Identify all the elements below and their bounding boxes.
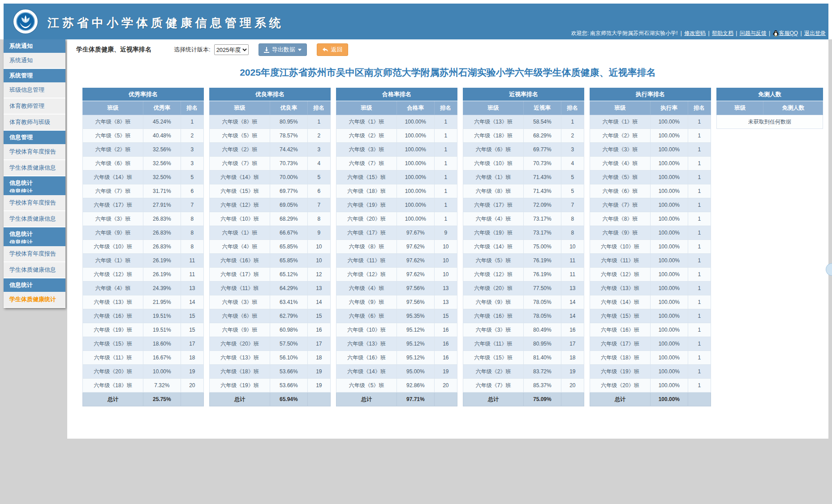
table-cell: 1: [434, 129, 457, 143]
table-cell: 1: [688, 129, 711, 143]
table-cell: 六年级《7》班: [210, 157, 270, 171]
table-cell: 六年级《11》班: [463, 337, 524, 351]
table-cell: 10: [434, 268, 457, 282]
export-data-button[interactable]: 导出数据: [259, 43, 307, 56]
table-cell: 六年级《15》班: [336, 171, 397, 184]
tables-row: 优秀率排名班级优秀率排名六年级《8》班45.24%1六年级《5》班40.48%2…: [67, 88, 828, 420]
table-cell: 83.72%: [524, 365, 561, 379]
table-cell: 六年级《13》班: [463, 115, 524, 129]
sidebar-label: 信息统计: [9, 231, 33, 237]
total-value: 97.71%: [397, 393, 435, 406]
table-cell: 六年级《16》班: [336, 351, 397, 365]
table-cell: 六年级《1》班: [336, 115, 397, 129]
version-select[interactable]: 2025年度: [214, 44, 249, 55]
sidebar-item-学生体质健康信息[interactable]: 学生体质健康信息: [4, 160, 65, 176]
table-cell: 45.24%: [143, 115, 181, 129]
table-cell: 10: [434, 240, 457, 254]
sidebar-item-系统通知[interactable]: 系统通知: [4, 53, 65, 69]
table-cell: 97.62%: [397, 240, 435, 254]
table-row: 六年级《16》班19.51%15: [83, 309, 204, 323]
sidebar-section-header[interactable]: 系统管理: [4, 69, 65, 82]
header-link-客服QQ[interactable]: 客服QQ: [773, 30, 798, 36]
table-cell: 1: [688, 184, 711, 198]
table-cell: 6: [307, 184, 330, 198]
back-button[interactable]: 返回: [317, 43, 348, 56]
total-value: 65.94%: [270, 393, 308, 406]
table-cell: 7: [181, 198, 203, 212]
sidebar-item-学生体质健康信息[interactable]: 学生体质健康信息: [4, 211, 65, 227]
table-cell: 97.62%: [397, 254, 435, 268]
sidebar-label: 班级信息管理: [9, 86, 44, 93]
table-cell: 六年级《4》班: [590, 157, 651, 171]
table-cell: 78.05%: [524, 295, 561, 309]
table-cell: 六年级《10》班: [210, 212, 270, 226]
table-row: 六年级《5》班40.48%2: [83, 129, 204, 143]
table-cell: 19: [307, 379, 330, 393]
sidebar-section-header[interactable]: 信息管理: [4, 131, 65, 144]
table-cell: 100.00%: [651, 240, 688, 254]
table-cell: 六年级《5》班: [463, 254, 524, 268]
sidebar-section-header[interactable]: 信息统计: [4, 278, 65, 292]
sidebar-section-header[interactable]: 信息统计信息统计: [4, 176, 65, 195]
sidebar-label: 学生体质健康统计: [9, 296, 56, 303]
table-row: 六年级《3》班63.41%14: [210, 295, 331, 309]
table-row: 六年级《20》班100.00%1: [336, 212, 457, 226]
table-row: 六年级《11》班16.67%18: [83, 351, 204, 365]
table-row: 六年级《8》班80.95%1: [210, 115, 331, 129]
sidebar-section-header[interactable]: 信息统计信息统计: [4, 227, 65, 246]
back-label: 返回: [331, 46, 343, 54]
table-cell: 六年级《3》班: [210, 295, 270, 309]
total-label: 总计: [210, 393, 270, 406]
sidebar-item-学生体质健康统计[interactable]: 学生体质健康统计: [4, 292, 65, 308]
sidebar-label: 体育教师管理: [9, 103, 44, 109]
table-cell: 1: [688, 240, 711, 254]
sidebar-item-学校体育年度报告[interactable]: 学校体育年度报告: [4, 195, 65, 211]
table-row: 六年级《12》班100.00%1: [590, 268, 711, 282]
table-cell: 3: [181, 143, 203, 157]
header-link-修改密码[interactable]: 修改密码: [684, 30, 706, 36]
table-header-row: 班级优秀率排名: [83, 101, 204, 115]
table-cell: 65.85%: [270, 240, 308, 254]
table-cell: 六年级《6》班: [590, 184, 651, 198]
table-cell: 六年级《7》班: [336, 157, 397, 171]
sidebar-item-体育教师与班级[interactable]: 体育教师与班级: [4, 115, 65, 131]
table-cell: 20: [181, 379, 203, 393]
table-cell: 六年级《1》班: [210, 226, 270, 240]
total-value: 25.75%: [143, 393, 181, 406]
column-header: 排名: [307, 101, 330, 115]
table-cell: 75.00%: [524, 240, 561, 254]
table-cell: 六年级《14》班: [590, 295, 651, 309]
sidebar-section-header[interactable]: 系统通知: [4, 39, 65, 53]
table-row: 六年级《4》班97.56%13: [336, 282, 457, 295]
sidebar-item-学校体育年度报告[interactable]: 学校体育年度报告: [4, 144, 65, 160]
table-cell: 19.51%: [143, 309, 181, 323]
table-cell: 81.40%: [524, 351, 561, 365]
table-row: 六年级《16》班65.85%10: [210, 254, 331, 268]
qq-penguin-icon: [773, 30, 779, 36]
sidebar-item-学校体育年度报告[interactable]: 学校体育年度报告: [4, 246, 65, 262]
table-row: 六年级《13》班95.12%16: [336, 337, 457, 351]
header-link-帮助文档[interactable]: 帮助文档: [712, 30, 733, 36]
table-cell: 六年级《15》班: [210, 184, 270, 198]
table-cell: 六年级《7》班: [590, 198, 651, 212]
sidebar-item-班级信息管理[interactable]: 班级信息管理: [4, 82, 65, 98]
column-header: 班级: [590, 101, 651, 115]
sidebar-item-学生体质健康信息[interactable]: 学生体质健康信息: [4, 262, 65, 278]
sidebar-item-体育教师管理[interactable]: 体育教师管理: [4, 98, 65, 115]
table-cell: 六年级《19》班: [590, 365, 651, 379]
table-cell: 六年级《5》班: [83, 129, 143, 143]
table-cell: 10: [307, 240, 330, 254]
table-row: 六年级《8》班97.62%10: [336, 240, 457, 254]
sidebar-label: 信息管理: [9, 134, 33, 141]
table-cell: 1: [434, 184, 457, 198]
table-cell: 六年级《5》班: [590, 171, 651, 184]
header-link-问题与反馈[interactable]: 问题与反馈: [740, 30, 767, 36]
header-link-退出登录[interactable]: 退出登录: [804, 30, 826, 36]
table-cell: 六年级《9》班: [590, 226, 651, 240]
table-row: 六年级《7》班31.71%6: [83, 184, 204, 198]
table-cell: 六年级《19》班: [336, 198, 397, 212]
table-cell: 16: [434, 337, 457, 351]
table-row: 六年级《1》班66.67%9: [210, 226, 331, 240]
table-title: 合格率排名: [336, 88, 457, 101]
column-header: 班级: [717, 101, 763, 115]
